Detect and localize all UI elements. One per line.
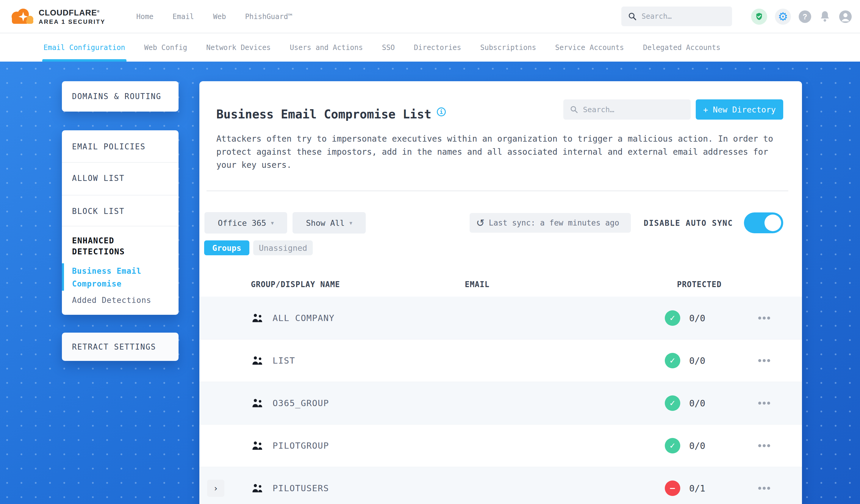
tab-service-accounts[interactable]: Service Accounts [555, 33, 624, 61]
logo-wordmark: CLOUDFLARE® [39, 8, 105, 17]
protected-count: 0/1 [689, 483, 705, 493]
column-header-group-display-name: GROUP/DISPLAY NAME [251, 280, 340, 289]
sidebar-item-domains-routing[interactable]: DOMAINS & ROUTING [62, 81, 178, 112]
notifications-bell-icon[interactable] [819, 10, 831, 23]
row-menu-button[interactable] [758, 402, 770, 405]
table-row[interactable]: › PILOTUSERS − 0/1 [199, 467, 802, 504]
disable-auto-sync-label: DISABLE AUTO SYNC [644, 219, 733, 228]
table-row[interactable]: › ALL COMPANY ✓ 0/0 [199, 297, 802, 339]
group-people-icon [252, 441, 263, 450]
settings-gear-icon[interactable]: ⚙ [775, 9, 791, 25]
tab-directories[interactable]: Directories [414, 33, 461, 61]
row-menu-button[interactable] [758, 359, 770, 362]
tab-subscriptions[interactable]: Subscriptions [480, 33, 536, 61]
show-filter-select[interactable]: Show All ▾ [292, 212, 366, 233]
nav-item-email[interactable]: Email [173, 13, 194, 21]
group-name: ALL COMPANY [273, 313, 335, 323]
tab-web-config[interactable]: Web Config [144, 33, 187, 61]
auto-sync-toggle[interactable] [744, 213, 783, 233]
toggle-knob [764, 215, 781, 231]
row-menu-button[interactable] [758, 317, 770, 319]
logo-product-line: AREA 1 SECURITY [39, 18, 105, 25]
chevron-down-icon: ▾ [271, 219, 274, 226]
divider [62, 162, 178, 163]
group-people-icon [252, 356, 263, 365]
protected-status-badge: ✓ [665, 395, 680, 411]
divider [206, 190, 788, 191]
nav-item-phishguard[interactable]: PhishGuard™ [245, 13, 292, 21]
page-title: Business Email Compromise List [216, 107, 431, 121]
nav-item-web[interactable]: Web [213, 13, 226, 21]
user-avatar-icon[interactable] [838, 10, 852, 24]
sidebar-item-allow-list[interactable]: ALLOW LIST [72, 174, 125, 183]
tab-delegated-accounts[interactable]: Delegated Accounts [643, 33, 720, 61]
protected-count: 0/0 [689, 398, 705, 408]
section-nav: Email Configuration Web Config Network D… [0, 33, 860, 61]
table-row[interactable]: › LIST ✓ 0/0 [199, 339, 802, 382]
tab-unassigned[interactable]: Unassigned [253, 240, 313, 255]
cloudflare-logo: CLOUDFLARE® AREA 1 SECURITY [8, 3, 105, 30]
group-table: › ALL COMPANY ✓ 0/0 › LIST ✓ 0/0 › O365_… [199, 297, 802, 504]
list-search-placeholder: Search… [583, 105, 614, 114]
tab-network-devices[interactable]: Network Devices [206, 33, 271, 61]
group-name: PILOTGROUP [273, 441, 329, 451]
protected-status-badge: ✓ [665, 438, 680, 453]
sidebar-item-business-email-compromise[interactable]: Business Email Compromise [72, 265, 161, 290]
column-header-email: EMAIL [465, 280, 489, 289]
help-icon[interactable]: ? [799, 11, 811, 23]
header-icon-row: ⚙ ? [751, 0, 852, 33]
tab-users-and-actions[interactable]: Users and Actions [290, 33, 363, 61]
app-header: CLOUDFLARE® AREA 1 SECURITY Home Email W… [0, 0, 860, 33]
sidebar-item-block-list[interactable]: BLOCK LIST [72, 207, 125, 216]
sidebar-item-added-detections[interactable]: Added Detections [72, 296, 151, 305]
last-sync-label: Last sync: a few minutes ago [489, 218, 619, 227]
header-nav: Home Email Web PhishGuard™ [136, 0, 292, 33]
column-header-protected: PROTECTED [677, 280, 722, 289]
row-menu-button[interactable] [758, 487, 770, 490]
search-icon [570, 105, 578, 114]
refresh-icon: ↻ [476, 217, 485, 229]
protected-count: 0/0 [689, 441, 705, 451]
sidebar-policies-card: EMAIL POLICIES ALLOW LIST BLOCK LIST ENH… [62, 130, 178, 315]
active-item-indicator [62, 263, 64, 291]
table-row[interactable]: › PILOTGROUP ✓ 0/0 [199, 424, 802, 467]
group-name: O365_GROUP [273, 398, 329, 408]
registered-mark: ® [97, 10, 100, 13]
nav-item-home[interactable]: Home [136, 13, 154, 21]
group-people-icon [252, 484, 263, 493]
row-menu-button[interactable] [758, 444, 770, 447]
tab-sso[interactable]: SSO [382, 33, 395, 61]
cloudflare-cloud-icon [8, 7, 36, 26]
tab-groups[interactable]: Groups [204, 240, 249, 255]
protected-count: 0/0 [689, 356, 705, 366]
protected-status-badge: − [665, 480, 680, 496]
table-row[interactable]: › O365_GROUP ✓ 0/0 [199, 382, 802, 424]
content-card: Business Email Compromise List i Search…… [199, 81, 802, 504]
protected-count: 0/0 [689, 313, 705, 323]
global-search-placeholder: Search… [642, 12, 672, 20]
divider [62, 226, 178, 227]
sidebar-item-enhanced-detections[interactable]: ENHANCED DETECTIONS [72, 235, 167, 257]
protected-status-badge: ✓ [665, 353, 680, 368]
divider [62, 195, 178, 196]
sidebar-item-email-policies[interactable]: EMAIL POLICIES [72, 142, 145, 151]
last-sync-button[interactable]: ↻ Last sync: a few minutes ago [470, 213, 631, 233]
search-icon [628, 12, 637, 21]
expand-chevron-button[interactable]: › [207, 480, 224, 497]
group-name: PILOTUSERS [273, 483, 329, 493]
shield-check-icon[interactable] [751, 9, 767, 25]
group-people-icon [252, 313, 263, 323]
global-search-input[interactable]: Search… [621, 6, 732, 26]
info-icon[interactable]: i [437, 107, 446, 116]
sidebar-item-retract-settings[interactable]: RETRACT SETTINGS [62, 333, 178, 361]
chevron-down-icon: ▾ [349, 219, 352, 226]
group-people-icon [252, 398, 263, 408]
page-description: Attackers often try to impersonate execu… [216, 132, 782, 172]
list-search-input[interactable]: Search… [563, 99, 691, 120]
directory-select[interactable]: Office 365 ▾ [204, 212, 287, 233]
tab-email-configuration[interactable]: Email Configuration [43, 33, 125, 61]
group-name: LIST [273, 356, 295, 366]
protected-status-badge: ✓ [665, 310, 680, 326]
new-directory-button[interactable]: + New Directory [696, 99, 783, 120]
